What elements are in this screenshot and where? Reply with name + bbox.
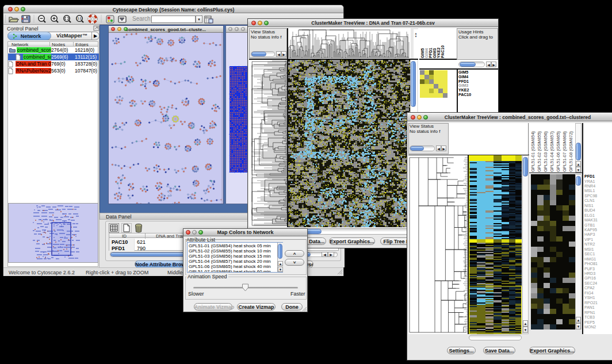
- svg-text:1:1: 1:1: [77, 17, 81, 20]
- svg-text:Search:: Search:: [132, 16, 152, 22]
